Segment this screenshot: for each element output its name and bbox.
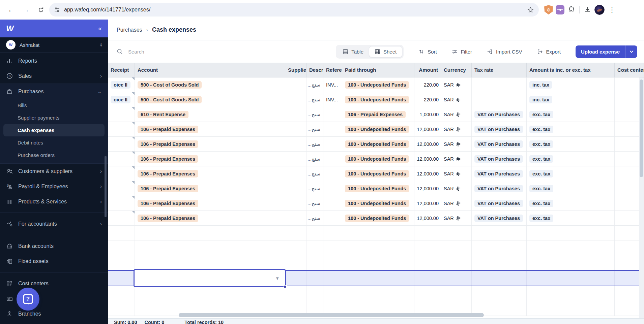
cell-reference[interactable] [323,286,342,301]
cell-paid_through[interactable] [342,286,414,301]
horizontal-scrollbar-thumb[interactable] [179,313,484,317]
cell-paid_through[interactable] [342,240,414,255]
cell-amount[interactable]: 12,000.00 [414,152,441,166]
cell-amount[interactable]: 12,000.00 [414,137,441,151]
cell-paid_through[interactable] [342,271,414,286]
browser-back-button[interactable]: ← [5,3,18,16]
cell-reference[interactable] [323,196,342,210]
column-header-amount[interactable]: Amount [414,63,441,77]
cell-description[interactable]: ستج... [306,166,323,181]
cell-currency[interactable]: SAR [441,211,472,225]
cell-inc_exc[interactable]: exc. tax [527,152,615,166]
cell-currency[interactable] [441,271,472,286]
cell-account[interactable]: 500 - Cost of Goods Sold [135,77,285,92]
view-toggle-sheet[interactable]: Sheet [369,46,402,57]
cell-amount[interactable] [414,271,441,286]
column-header-currency[interactable]: Currency [441,63,472,77]
cell-currency[interactable]: SAR [441,107,472,122]
cell-receipt[interactable] [108,211,135,225]
cell-paid_through[interactable]: 100 - Undeposited Funds [342,152,414,166]
cell-dropdown-caret-icon[interactable]: ▼ [275,276,280,281]
sidebar-item-sales[interactable]: SSales› [0,68,108,84]
sidebar-item-products-services[interactable]: Products & Services› [0,194,108,209]
cell-currency[interactable]: SAR [441,196,472,210]
vertical-scrollbar-thumb[interactable] [640,79,643,177]
cell-description[interactable]: ستج... [306,152,323,166]
cell-paid_through[interactable]: 100 - Undeposited Funds [342,77,414,92]
cell-paid_through[interactable]: 100 - Undeposited Funds [342,181,414,196]
cell-inc_exc[interactable]: exc. tax [527,196,615,210]
sidebar-item-bills[interactable]: Bills [0,99,108,111]
cell-inc_exc[interactable] [527,240,615,255]
column-header-inc_exc[interactable]: Amount is inc. or exc. tax [527,63,615,77]
cell-paid_through[interactable]: 100 - Undeposited Funds [342,122,414,136]
cell-description[interactable] [306,240,323,255]
cell-reference[interactable] [323,166,342,181]
sidebar-item-supplier-payments[interactable]: Supplier payments [0,111,108,124]
cell-tax_rate[interactable] [472,92,527,107]
export-button[interactable]: Export [537,49,561,55]
cell-tax_rate[interactable]: VAT on Purchases [472,166,527,181]
cell-currency[interactable]: SAR [441,166,472,181]
cell-paid_through[interactable]: 100 - Undeposited Funds [342,137,414,151]
cell-currency[interactable] [441,286,472,301]
cell-supplier[interactable] [285,255,306,270]
cell-inc_exc[interactable] [527,271,615,286]
cell-description[interactable]: ستج... [306,92,323,107]
cell-account[interactable]: 106 - Prepaid Expenses [135,152,285,166]
upload-expense-dropdown[interactable] [625,45,637,58]
cell-supplier[interactable] [285,166,306,181]
cell-reference[interactable] [323,240,342,255]
sidebar-item-for-accountants[interactable]: ⚙For accountants› [0,216,108,231]
cell-receipt[interactable] [108,301,135,316]
cell-amount[interactable]: 220.00 [414,92,441,107]
cell-supplier[interactable] [285,107,306,122]
view-toggle-table[interactable]: Table [337,46,369,57]
adblock-extension-icon[interactable] [544,5,553,14]
cell-account[interactable]: 106 - Prepaid Expenses [135,137,285,151]
cell-receipt[interactable] [108,137,135,151]
cell-description[interactable]: ستج... [306,137,323,151]
workspace-switcher[interactable]: W Ashrakat ▴▾ [0,37,108,53]
cell-inc_exc[interactable]: exc. tax [527,211,615,225]
cell-supplier[interactable] [285,271,306,286]
column-header-supplier[interactable]: Supplier [285,63,306,77]
cell-inc_exc[interactable]: exc. tax [527,166,615,181]
cell-amount[interactable]: 12,000.00 [414,166,441,181]
sidebar-item-cash-expenses[interactable]: Cash expenses [3,124,105,136]
cell-paid_through[interactable]: 100 - Undeposited Funds [342,196,414,210]
address-bar[interactable]: app.wafeq.com/c/141771/expenses/ [49,3,539,17]
cell-account[interactable] [135,240,285,255]
workspace-switch-chevrons-icon[interactable]: ▴▾ [100,42,102,47]
filter-button[interactable]: Filter [452,49,472,55]
cell-amount[interactable] [414,255,441,270]
cell-inc_exc[interactable]: inc. tax [527,92,615,107]
cell-description[interactable]: ستج... [306,122,323,136]
cell-reference[interactable] [323,211,342,225]
cell-paid_through[interactable]: 100 - Undeposited Funds [342,92,414,107]
column-header-receipt[interactable]: Receipt [108,63,135,77]
cell-supplier[interactable] [285,92,306,107]
cell-account[interactable]: 106 - Prepaid Expenses [135,122,285,136]
breadcrumb-purchases[interactable]: Purchases [117,27,142,33]
cell-description[interactable] [306,286,323,301]
cell-tax_rate[interactable]: VAT on Purchases [472,196,527,210]
cell-reference[interactable] [323,107,342,122]
cell-receipt[interactable] [108,166,135,181]
cell-receipt[interactable] [108,271,135,286]
cell-paid_through[interactable]: 100 - Undeposited Funds [342,166,414,181]
fill-handle[interactable] [284,285,287,288]
sidebar-item-purchase-orders[interactable]: Purchase orders [0,149,108,161]
cell-amount[interactable]: 12,000.00 [414,196,441,210]
cell-tax_rate[interactable]: VAT on Purchases [472,137,527,151]
cell-receipt[interactable]: oice Il [108,77,135,92]
cell-supplier[interactable] [285,77,306,92]
cell-amount[interactable]: 220.00 [414,77,441,92]
sidebar-item-payroll-employees[interactable]: $Payroll & Employees› [0,179,108,194]
sidebar-item-customers-suppliers[interactable]: Customers & suppliers› [0,164,108,179]
cell-description[interactable] [306,226,323,240]
cell-description[interactable] [306,271,323,286]
import-csv-button[interactable]: Import CSV [487,49,522,55]
cell-tax_rate[interactable]: VAT on Purchases [472,211,527,225]
cell-receipt[interactable] [108,226,135,240]
